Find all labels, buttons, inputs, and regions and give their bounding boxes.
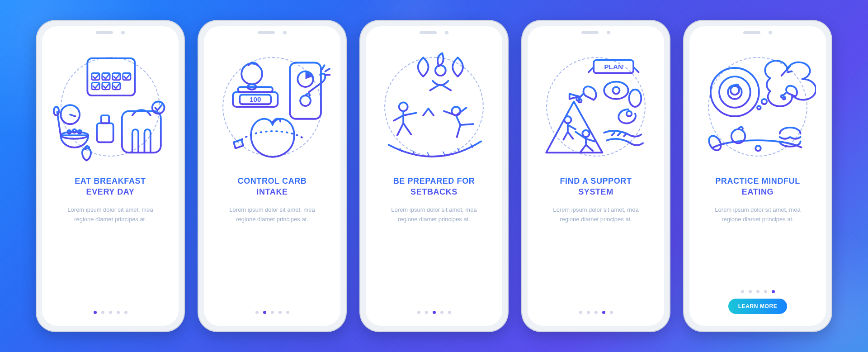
phone-frame: EAT BREAKFAST EVERY DAY Lorem ipsum dolo… (36, 20, 185, 332)
pagination-dots (579, 311, 613, 314)
pagination-dot[interactable] (94, 311, 97, 314)
phone-frame: BE PREPARED FOR SETBACKS Lorem ipsum dol… (359, 20, 509, 332)
pagination-dot[interactable] (101, 311, 104, 314)
phone-frame: PRACTICE MINDFUL EATING Lorem ipsum dolo… (683, 20, 832, 332)
phone-screen: EAT BREAKFAST EVERY DAY Lorem ipsum dolo… (42, 26, 179, 326)
slide-description: Lorem ipsum dolor sit amet, mea regione … (214, 205, 330, 234)
phone-frame: PLAN (521, 20, 670, 332)
slide-illustration: PLAN (538, 43, 654, 170)
slide-footer (52, 311, 169, 319)
pagination-dot[interactable] (741, 290, 744, 293)
slide-title: FIND A SUPPORT SYSTEM (538, 176, 654, 199)
slide-footer (538, 311, 654, 319)
slide-footer (214, 311, 330, 319)
slide-description: Lorem ipsum dolor sit amet, mea regione … (699, 205, 816, 234)
pagination-dot[interactable] (749, 290, 752, 293)
pagination-dots (94, 311, 127, 314)
slide-description: Lorem ipsum dolor sit amet, mea regione … (376, 205, 492, 234)
dashed-ring-icon (222, 57, 322, 157)
phone-notch (420, 30, 448, 35)
pagination-dot[interactable] (286, 311, 289, 314)
phone-notch (258, 30, 287, 35)
slide-illustration (376, 43, 492, 170)
dashed-ring-icon (384, 57, 484, 157)
phone-notch (743, 30, 772, 35)
dashed-ring-icon (708, 57, 807, 157)
slide-title: EAT BREAKFAST EVERY DAY (52, 176, 169, 199)
pagination-dot[interactable] (594, 311, 598, 314)
slide-illustration (699, 43, 816, 170)
phone-notch (96, 30, 125, 35)
slide-footer: LEARN MORE (699, 290, 816, 319)
pagination-dot[interactable] (440, 311, 443, 314)
pagination-dot[interactable] (263, 311, 266, 314)
phone-frame: 100 CONTRO (198, 20, 347, 332)
slide-footer (376, 311, 492, 319)
slide-description: Lorem ipsum dolor sit amet, mea regione … (52, 205, 169, 234)
svg-point-18 (54, 107, 59, 115)
pagination-dot[interactable] (117, 311, 120, 314)
pagination-dot[interactable] (124, 311, 127, 314)
pagination-dot[interactable] (109, 311, 112, 314)
pagination-dot[interactable] (425, 311, 428, 314)
pagination-dot[interactable] (271, 311, 274, 314)
pagination-dot[interactable] (610, 311, 613, 314)
pagination-dot[interactable] (587, 311, 590, 314)
slide-illustration: 100 (214, 43, 330, 170)
pagination-dot[interactable] (448, 311, 451, 314)
learn-more-button[interactable]: LEARN MORE (728, 299, 788, 314)
phone-screen: PLAN (528, 26, 664, 326)
pagination-dot[interactable] (602, 311, 605, 314)
phone-screen: PRACTICE MINDFUL EATING Lorem ipsum dolo… (689, 26, 826, 326)
pagination-dot[interactable] (255, 311, 259, 314)
pagination-dot[interactable] (433, 311, 436, 314)
pagination-dot[interactable] (764, 290, 767, 293)
onboarding-carousel: EAT BREAKFAST EVERY DAY Lorem ipsum dolo… (0, 0, 868, 352)
slide-description: Lorem ipsum dolor sit amet, mea regione … (538, 205, 654, 234)
slide-title: BE PREPARED FOR SETBACKS (376, 176, 492, 199)
slide-title: PRACTICE MINDFUL EATING (699, 176, 816, 199)
pagination-dot[interactable] (278, 311, 282, 314)
slide-illustration (52, 43, 169, 170)
pagination-dot[interactable] (579, 311, 582, 314)
slide-title: CONTROL CARB INTAKE (214, 176, 330, 199)
dashed-ring-icon (61, 57, 160, 157)
pagination-dot[interactable] (772, 290, 775, 293)
phone-notch (581, 30, 610, 35)
pagination-dots (741, 290, 775, 293)
pagination-dot[interactable] (756, 290, 760, 293)
pagination-dots (255, 311, 289, 314)
pagination-dot[interactable] (417, 311, 420, 314)
phone-screen: BE PREPARED FOR SETBACKS Lorem ipsum dol… (366, 26, 502, 326)
pagination-dots (417, 311, 451, 314)
phone-screen: 100 CONTRO (204, 26, 340, 326)
dashed-ring-icon (546, 57, 646, 157)
